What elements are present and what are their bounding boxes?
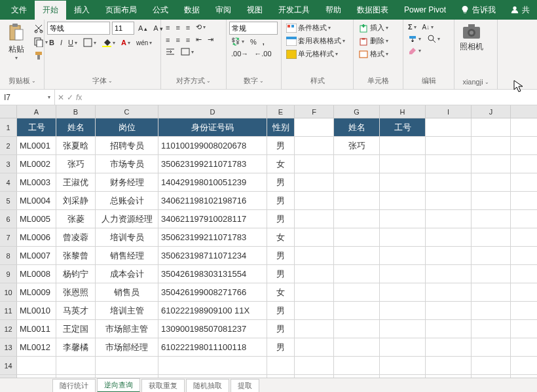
cell[interactable]: ML0008 [17,265,56,283]
col-header-A[interactable]: A [17,105,56,118]
cell[interactable] [295,283,334,301]
cell[interactable]: 刘采静 [56,192,96,209]
row-header[interactable]: 12 [0,320,17,338]
cell[interactable] [380,228,426,246]
autosum-button[interactable]: Σ▾ [406,22,418,32]
border-button[interactable]: ▾ [81,37,98,48]
row-header[interactable]: 13 [0,338,17,356]
cell[interactable] [295,265,334,283]
cell[interactable]: 杨钧宁 [56,265,96,283]
cell[interactable]: 张菱 [56,210,96,228]
cell[interactable] [295,118,334,136]
cell[interactable]: 女 [267,155,295,173]
align-bottom-button[interactable]: ≡ [184,22,192,33]
cell[interactable]: 张巧 [334,137,380,154]
cell[interactable] [426,173,472,191]
cell[interactable] [380,265,426,283]
fill-button[interactable]: ▾ [406,33,423,44]
cell[interactable]: 培训主管 [96,302,158,319]
row-header[interactable]: 7 [0,228,17,246]
row-header[interactable]: 10 [0,283,17,301]
col-header-G[interactable]: G [334,105,380,118]
cell[interactable] [426,118,472,136]
fb-cancel-button[interactable]: ✕ [58,93,64,102]
cell[interactable]: 男 [267,247,295,264]
cell[interactable] [295,338,334,356]
cell[interactable] [267,357,295,374]
cell[interactable]: 岗位 [96,118,158,136]
cell-styles-button[interactable]: 单元格样式▾ [284,48,340,60]
cell[interactable]: 男 [267,265,295,283]
cell[interactable]: 350623199211071783 [158,155,267,173]
tab-file[interactable]: 文件 [3,1,35,20]
cell[interactable] [426,247,472,264]
cell[interactable] [380,247,426,264]
increase-font-button[interactable]: A▴ [136,23,149,33]
cell[interactable] [426,283,472,301]
tab-home[interactable]: 开始 [35,1,66,20]
indent-dec-button[interactable]: ⇤ [194,34,204,45]
cell[interactable]: ML0010 [17,302,56,319]
cell[interactable] [334,357,380,374]
font-size-input[interactable] [112,22,134,35]
cell[interactable]: 性别 [267,118,295,136]
cell[interactable] [426,137,472,154]
cell[interactable] [426,338,472,356]
cell[interactable] [295,137,334,154]
cell[interactable] [334,302,380,319]
row-header[interactable]: 5 [0,192,17,209]
tab-pivot[interactable]: Power Pivot [396,1,454,18]
cell[interactable] [334,320,380,338]
fb-confirm-button[interactable]: ✓ [67,93,73,102]
share-button[interactable]: 共 [506,5,534,16]
cell[interactable] [472,192,511,209]
align-center-button[interactable]: ≡ [174,35,181,45]
sheet-tab[interactable]: 提取 [231,379,259,392]
row-header[interactable]: 6 [0,210,17,228]
cell[interactable]: 工号 [17,118,56,136]
cell[interactable] [472,247,511,264]
cell[interactable] [295,247,334,264]
cell[interactable] [380,283,426,301]
cell[interactable] [472,137,511,154]
cell[interactable] [334,265,380,283]
tab-insert[interactable]: 插入 [66,1,98,20]
fill-color-button[interactable]: ▾ [100,37,117,48]
cell[interactable]: 人力资源经理 [96,210,158,228]
col-header-C[interactable]: C [96,105,158,118]
cell[interactable]: ML0004 [17,192,56,209]
italic-button[interactable]: I [58,37,64,48]
cell[interactable]: 男 [267,210,295,228]
cell[interactable] [426,320,472,338]
cell[interactable]: 350623199211071783 [158,228,267,246]
cell[interactable] [472,228,511,246]
cell[interactable]: 男 [267,192,295,209]
cell[interactable] [295,155,334,173]
tab-view[interactable]: 视图 [239,1,270,20]
tell-me[interactable]: 告诉我 [460,5,496,16]
cell[interactable] [380,302,426,319]
align-left-button[interactable]: ≡ [164,35,172,45]
cell[interactable]: 110100199008020678 [158,137,267,154]
comma-button[interactable]: , [261,37,267,47]
col-header-J[interactable]: J [472,105,511,118]
tab-dev[interactable]: 开发工具 [270,1,318,20]
camera-button[interactable]: 照相机 [457,22,486,54]
cell[interactable]: 140429198010051239 [158,173,267,191]
format-as-table-button[interactable]: 套用表格格式▾ [284,35,347,47]
cell[interactable]: 女 [267,283,295,301]
name-box[interactable]: I7▾ [0,90,55,105]
tab-chart[interactable]: 数据图表 [349,1,396,20]
cell[interactable] [295,357,334,374]
cell[interactable]: ML0012 [17,338,56,356]
cell[interactable]: 350426199008271766 [158,283,267,301]
cell[interactable] [334,192,380,209]
cell[interactable] [426,228,472,246]
format-cells-button[interactable]: 格式▾ [356,48,390,60]
cell[interactable]: 总账会计 [96,192,158,209]
cell[interactable]: 成本会计 [96,265,158,283]
cell[interactable]: 张恩照 [56,283,96,301]
col-header-D[interactable]: D [158,105,267,118]
insert-cells-button[interactable]: 插入▾ [356,22,390,34]
cell[interactable] [380,320,426,338]
